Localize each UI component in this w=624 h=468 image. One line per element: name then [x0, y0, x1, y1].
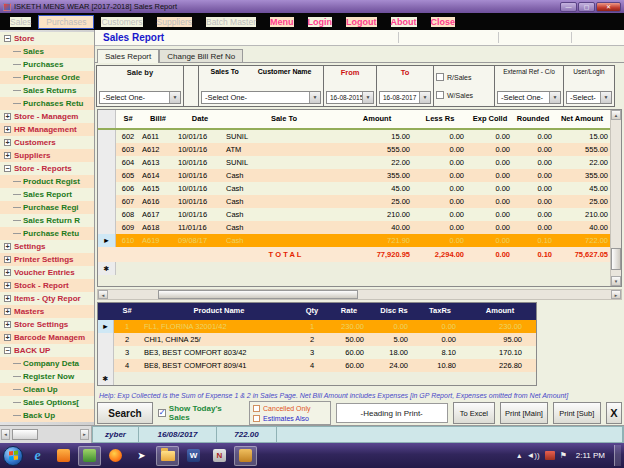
tree-expand-icon[interactable]: + [4, 334, 11, 341]
tree-expand-icon[interactable]: + [4, 321, 11, 328]
chevron-down-icon[interactable]: ▼ [309, 92, 320, 103]
user-login-dropdown[interactable]: -Select- ▼ [566, 91, 612, 104]
table-row[interactable]: 4 BE8, BEST COMFORT 809/41 4 60.00 24.00… [98, 359, 536, 372]
close-button[interactable]: ✕ [596, 2, 621, 12]
col-rounded[interactable]: Rounded [514, 115, 556, 123]
table-row[interactable]: ► 610 A619 09/08/17 Cash 721.90 0.00 0.0… [98, 234, 610, 247]
chevron-down-icon[interactable]: ▼ [169, 92, 180, 103]
editor-icon[interactable]: N [208, 446, 231, 466]
estimates-also-checkbox[interactable] [253, 415, 260, 422]
menu-item[interactable]: Purchases [38, 15, 94, 29]
tree-item[interactable]: + Settings [0, 240, 94, 253]
menu-item[interactable]: Suppliers [157, 17, 192, 27]
vertical-scrollbar[interactable]: ▲ ▼ [610, 110, 621, 286]
menu-item[interactable]: Logout [346, 17, 377, 27]
tree-horizontal-scrollbar[interactable]: ◄ ► [0, 426, 92, 443]
tree-item[interactable]: + HR Management [0, 123, 94, 136]
table-row[interactable]: 606 A615 10/01/16 Cash 45.00 0.00 0.00 0… [98, 182, 610, 195]
external-ref-dropdown[interactable]: -Select One- ▼ [497, 91, 561, 104]
col-date[interactable]: Date [176, 115, 224, 123]
scroll-up-icon[interactable]: ▲ [611, 110, 621, 120]
tab-change-bill-ref-no[interactable]: Change Bill Ref No [159, 49, 243, 62]
scrollbar-thumb[interactable] [12, 429, 38, 440]
chevron-down-icon[interactable]: ▼ [600, 92, 611, 103]
scrollbar-thumb[interactable] [611, 248, 621, 270]
tree-item[interactable]: Purchase Regi [0, 201, 94, 214]
media-player-icon[interactable] [52, 446, 75, 466]
from-date-picker[interactable]: 16-08-2015 ▼ [326, 91, 374, 104]
tree-expand-icon[interactable]: + [4, 152, 11, 159]
tab-sales-report[interactable]: Sales Report [97, 49, 159, 63]
search-button[interactable]: Search [97, 402, 153, 424]
table-row[interactable]: 604 A613 10/01/16 SUNIL 22.00 0.00 0.00 … [98, 156, 610, 169]
firefox-icon[interactable] [104, 446, 127, 466]
table-row[interactable]: 607 A616 10/01/16 Cash 25.00 0.00 0.00 0… [98, 195, 610, 208]
col-s-no[interactable]: S# [114, 307, 140, 315]
folder-icon[interactable] [156, 446, 179, 466]
tree-item[interactable]: + Items - Qty Repor [0, 292, 94, 305]
tree-item[interactable]: + Stock - Report [0, 279, 94, 292]
col-amount[interactable]: Amount [344, 115, 416, 123]
tree-item[interactable]: + Voucher Entries [0, 266, 94, 279]
tree-expand-icon[interactable]: + [4, 308, 11, 315]
tree-expand-icon[interactable]: + [4, 295, 11, 302]
tree-item[interactable]: Back Up [0, 409, 94, 422]
tree-item[interactable]: + Printer Settings [0, 253, 94, 266]
tree-item[interactable]: Clean Up [0, 383, 94, 396]
menu-item[interactable]: About [391, 17, 417, 27]
col-qty[interactable]: Qty [298, 307, 326, 315]
scrollbar-thumb[interactable] [158, 290, 358, 299]
to-excel-button[interactable]: To Excel [453, 402, 495, 424]
start-button[interactable] [3, 446, 23, 466]
print-sub-button[interactable]: Print [Sub] [553, 402, 601, 424]
menu-item[interactable]: Close [431, 17, 456, 27]
tree-item[interactable]: Sales [0, 45, 94, 58]
horizontal-scrollbar[interactable]: ◄ ► [97, 289, 622, 300]
tree-item[interactable]: − Store [0, 32, 94, 45]
chevron-down-icon[interactable]: ▼ [549, 92, 560, 103]
table-row[interactable]: 602 A611 10/01/16 SUNIL 15.00 0.00 0.00 … [98, 130, 610, 143]
show-todays-sales-checkbox[interactable] [158, 409, 166, 417]
table-row[interactable]: ► 1 FL1, FLORINA 32001/42 1 230.00 0.00 … [98, 320, 536, 333]
tree-item[interactable]: Purchases Retu [0, 97, 94, 110]
tree-expand-icon[interactable]: + [4, 256, 11, 263]
tray-expand-icon[interactable]: ▴ [517, 451, 521, 460]
tree-item[interactable]: + Masters [0, 305, 94, 318]
tree-item[interactable]: Purchases [0, 58, 94, 71]
tree-expand-icon[interactable]: + [4, 282, 11, 289]
tree-item[interactable]: Sales Return R [0, 214, 94, 227]
close-report-button[interactable]: X [606, 402, 622, 424]
table-row[interactable]: 2 CHI1, CHINA 25/ 2 50.00 5.00 0.00 95.0… [98, 333, 536, 346]
col-less-rs[interactable]: Less Rs [416, 115, 470, 123]
tree-expand-icon[interactable]: + [4, 269, 11, 276]
w-sales-checkbox[interactable] [436, 91, 444, 99]
active-app-icon[interactable] [234, 446, 257, 466]
tree-expand-icon[interactable]: − [4, 347, 11, 354]
tree-item[interactable]: + Customers [0, 136, 94, 149]
table-row[interactable]: 608 A617 10/01/16 Cash 210.00 0.00 0.00 … [98, 208, 610, 221]
print-main-button[interactable]: Print [Main] [500, 402, 548, 424]
show-desktop-button[interactable] [614, 445, 621, 466]
col-exp-colld[interactable]: Exp Colld [470, 115, 514, 123]
tree-item[interactable]: + Barcode Managem [0, 331, 94, 344]
col-amount[interactable]: Amount [464, 307, 536, 315]
col-sale-to[interactable]: Sale To [224, 115, 344, 123]
heading-in-print-input[interactable] [336, 403, 448, 423]
tree-item[interactable]: + Store - Managem [0, 110, 94, 123]
tree-item[interactable]: Register Now [0, 370, 94, 383]
title-bar[interactable]: ISKETH MENS WEAR [2017-2018] Sales Repor… [0, 0, 624, 13]
menu-item[interactable]: Menu [270, 17, 294, 27]
image-viewer-icon[interactable] [78, 446, 101, 466]
tree-item[interactable]: − Store - Reports [0, 162, 94, 175]
col-product-name[interactable]: Product Name [140, 307, 298, 315]
language-flag-icon[interactable]: ⚑ [560, 451, 567, 460]
tree-item[interactable]: + Store Settings [0, 318, 94, 331]
tree-item[interactable]: Purchase Orde [0, 71, 94, 84]
scroll-right-icon[interactable]: ► [611, 290, 621, 299]
customer-name-dropdown[interactable]: -Select One- ▼ [201, 91, 321, 104]
table-row[interactable]: 3 BE3, BEST COMFORT 803/42 3 60.00 18.00… [98, 346, 536, 359]
menu-item[interactable]: Sales [10, 17, 31, 27]
tree-item[interactable]: + Suppliers [0, 149, 94, 162]
tree-expand-icon[interactable]: + [4, 139, 11, 146]
tree-expand-icon[interactable]: + [4, 243, 11, 250]
